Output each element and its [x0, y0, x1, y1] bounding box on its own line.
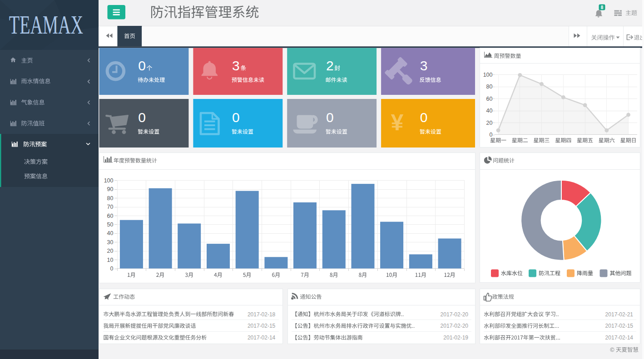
svg-text:60: 60 [107, 213, 114, 219]
svg-text:40: 40 [107, 230, 114, 236]
svg-text:2017-02-21: 2017-02-21 [605, 311, 634, 318]
svg-text:¥: ¥ [391, 110, 404, 135]
svg-text:10: 10 [107, 257, 114, 263]
svg-text:TEAMAX: TEAMAX [9, 10, 83, 39]
svg-text:0: 0 [420, 110, 428, 125]
svg-text:3: 3 [232, 58, 240, 73]
svg-text:3: 3 [420, 58, 428, 73]
svg-text:50: 50 [107, 221, 114, 228]
svg-text:60: 60 [486, 96, 493, 102]
svg-text:100: 100 [483, 72, 493, 78]
svg-text:2017-02-14: 2017-02-14 [605, 334, 634, 341]
svg-text:0: 0 [110, 266, 114, 272]
svg-text:2017-02-20: 2017-02-20 [441, 311, 469, 318]
svg-text:201-02-19: 201-02-19 [443, 334, 468, 341]
svg-text:100: 100 [104, 177, 114, 184]
svg-text:2017-02-14: 2017-02-14 [248, 334, 276, 341]
svg-text:2017-02-20: 2017-02-20 [441, 323, 469, 329]
svg-text:2017-02-15: 2017-02-15 [605, 323, 634, 329]
svg-text:2: 2 [326, 58, 334, 73]
svg-text:0: 0 [326, 110, 334, 125]
svg-text:20: 20 [486, 120, 493, 126]
svg-text:70: 70 [107, 204, 114, 210]
svg-text:0: 0 [490, 132, 493, 138]
svg-text:0: 0 [232, 110, 240, 125]
svg-text:2017-02-18: 2017-02-18 [248, 311, 276, 318]
svg-text:80: 80 [486, 84, 493, 90]
svg-text:90: 90 [107, 186, 114, 192]
svg-text:20: 20 [107, 248, 114, 254]
svg-text:2017-02-15: 2017-02-15 [248, 323, 276, 329]
svg-text:8: 8 [601, 5, 604, 10]
svg-text:40: 40 [486, 108, 493, 114]
svg-text:0: 0 [138, 110, 146, 125]
svg-text:30: 30 [107, 239, 114, 246]
svg-text:80: 80 [107, 195, 114, 202]
svg-text:0: 0 [138, 58, 146, 73]
